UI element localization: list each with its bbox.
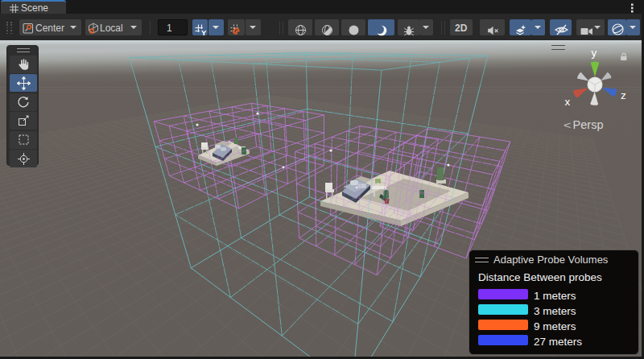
svg-text:Y: Y xyxy=(201,28,207,36)
svg-text:x: x xyxy=(565,96,571,108)
svg-text:z: z xyxy=(621,89,626,101)
svg-text:y: y xyxy=(592,47,597,59)
